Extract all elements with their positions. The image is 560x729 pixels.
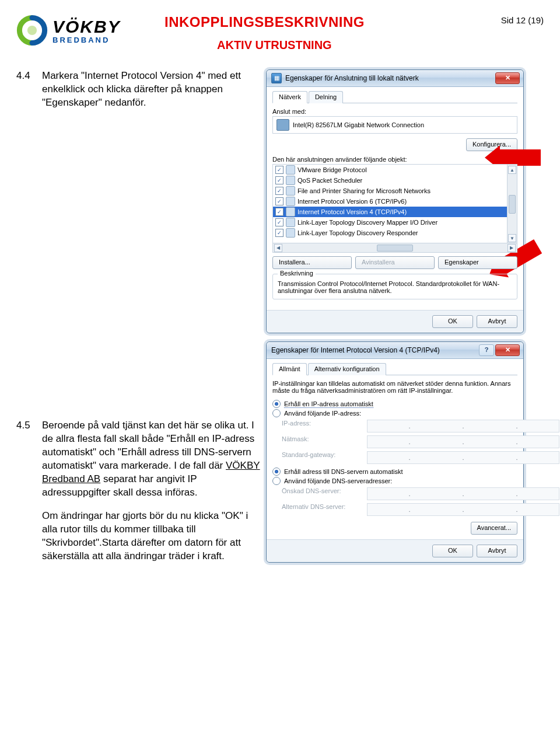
uninstall-button: Avinstallera bbox=[355, 256, 435, 269]
red-arrow-ipv4 bbox=[499, 149, 541, 166]
checkbox-icon[interactable] bbox=[275, 166, 284, 174]
radio-icon bbox=[272, 468, 281, 476]
adapter-name: Intel(R) 82567LM Gigabit Network Connect… bbox=[293, 121, 424, 128]
description-text: Transmission Control Protocol/Internet P… bbox=[278, 280, 512, 294]
step-4-5-p2: Om ändringar har gjorts bör du nu klicka… bbox=[42, 510, 261, 563]
protocol-icon bbox=[286, 165, 295, 175]
horizontal-scrollbar[interactable]: ◀ ▶ bbox=[273, 243, 517, 252]
ipv4-properties-dialog: Egenskaper för Internet Protocol Version… bbox=[266, 341, 524, 563]
ok-button[interactable]: OK bbox=[432, 315, 473, 328]
protocol-icon bbox=[286, 228, 295, 238]
checkbox-icon[interactable] bbox=[275, 208, 284, 216]
radio-obtain-ip[interactable]: Erhåll en IP-adress automatiskt bbox=[272, 400, 517, 408]
svg-point-0 bbox=[27, 26, 37, 35]
doc-subtitle: AKTIV UTRUSTNING bbox=[217, 39, 493, 52]
scroll-down-icon[interactable]: ▼ bbox=[508, 234, 516, 242]
vokby-logo-mark bbox=[16, 15, 48, 46]
step-4-5-p1a: Beroende på vald tjänst kan det här se o… bbox=[42, 420, 254, 471]
advanced-button[interactable]: Avancerat... bbox=[471, 522, 518, 535]
radio-icon bbox=[272, 477, 281, 485]
preferred-dns-field: ... bbox=[367, 487, 559, 500]
list-item: VMware Bridge Protocol bbox=[273, 165, 517, 175]
radio-obtain-dns[interactable]: Erhåll adress till DNS-servern automatis… bbox=[272, 468, 517, 476]
tab-general[interactable]: Allmänt bbox=[272, 363, 307, 375]
checkbox-icon[interactable] bbox=[275, 197, 284, 205]
properties-button[interactable]: Egenskaper bbox=[438, 256, 517, 269]
checkbox-icon[interactable] bbox=[275, 229, 284, 237]
protocol-icon bbox=[286, 186, 295, 196]
radio-use-ip[interactable]: Använd följande IP-adress: bbox=[272, 409, 517, 417]
vokby-logo: VÖKBY BREDBAND bbox=[16, 12, 156, 49]
gateway-field: ... bbox=[367, 451, 559, 464]
scroll-up-icon[interactable]: ▲ bbox=[508, 166, 516, 174]
scroll-thumb[interactable] bbox=[377, 245, 413, 252]
scroll-left-icon[interactable]: ◀ bbox=[274, 244, 282, 252]
install-button[interactable]: Installera... bbox=[272, 256, 352, 269]
protocol-icon bbox=[286, 197, 295, 206]
gateway-label: Standard-gateway: bbox=[282, 451, 363, 464]
description-group: Beskrivning Transmission Control Protoco… bbox=[272, 274, 517, 299]
step-4-5: 4.5 Beroende på vald tjänst kan det här … bbox=[16, 419, 261, 563]
protocol-icon bbox=[286, 218, 295, 227]
scroll-right-icon[interactable]: ▶ bbox=[508, 244, 516, 252]
dialog1-title: Egenskaper för Anslutning till lokalt nä… bbox=[285, 74, 419, 82]
cancel-button[interactable]: Avbryt bbox=[477, 545, 517, 557]
network-properties-dialog: ▦ Egenskaper för Anslutning till lokalt … bbox=[266, 69, 524, 333]
items-list-label: Den här anslutningen använder följande o… bbox=[272, 156, 517, 163]
scroll-thumb[interactable] bbox=[509, 195, 516, 214]
alternate-dns-label: Alternativ DNS-server: bbox=[282, 503, 363, 516]
description-title: Beskrivning bbox=[278, 270, 316, 277]
tab-sharing[interactable]: Delning bbox=[309, 91, 343, 103]
ip-address-label: IP-adress: bbox=[282, 420, 363, 432]
vertical-scrollbar[interactable]: ▲ ▼ bbox=[507, 165, 517, 243]
protocol-icon bbox=[286, 207, 295, 217]
close-button[interactable]: ✕ bbox=[495, 344, 520, 356]
preferred-dns-label: Önskad DNS-server: bbox=[282, 487, 363, 500]
radio-icon bbox=[272, 400, 281, 408]
tab-altconfig[interactable]: Alternativ konfiguration bbox=[308, 363, 386, 375]
radio-use-dns[interactable]: Använd följande DNS-serveradresser: bbox=[272, 477, 517, 485]
checkbox-icon[interactable] bbox=[275, 218, 284, 226]
list-item: Internet Protocol Version 6 (TCP/IPv6) bbox=[273, 196, 517, 207]
intro-text: IP-inställningar kan tilldelas automatis… bbox=[272, 380, 517, 394]
logo-word: VÖKBY bbox=[52, 17, 121, 37]
step-4-4: 4.4 Markera "Internet Protocol Version 4… bbox=[16, 69, 261, 110]
logo-sub: BREDBAND bbox=[52, 36, 121, 44]
radio-icon bbox=[272, 409, 281, 417]
list-item: Link-Layer Topology Discovery Responder bbox=[273, 228, 517, 238]
ok-button[interactable]: OK bbox=[432, 545, 473, 557]
help-button[interactable]: ? bbox=[479, 344, 494, 356]
close-button[interactable]: ✕ bbox=[495, 72, 520, 84]
page-number: Sid 12 (19) bbox=[501, 15, 544, 25]
step-4-5-number: 4.5 bbox=[16, 419, 36, 563]
alternate-dns-field: ... bbox=[367, 503, 559, 516]
network-icon: ▦ bbox=[271, 73, 282, 83]
ip-address-field: ... bbox=[367, 420, 559, 432]
cancel-button[interactable]: Avbryt bbox=[477, 315, 517, 328]
list-item: QoS Packet Scheduler bbox=[273, 175, 517, 186]
nic-icon bbox=[276, 119, 289, 131]
dialog2-title: Egenskaper för Internet Protocol Version… bbox=[271, 346, 440, 354]
checkbox-icon[interactable] bbox=[275, 187, 284, 195]
step-4-4-text: Markera "Internet Protocol Version 4" me… bbox=[42, 69, 261, 110]
list-item: Link-Layer Topology Discovery Mapper I/O… bbox=[273, 217, 517, 228]
tab-network[interactable]: Nätverk bbox=[272, 91, 307, 103]
connect-with-label: Anslut med: bbox=[272, 108, 517, 115]
checkbox-icon[interactable] bbox=[275, 176, 284, 184]
step-4-4-number: 4.4 bbox=[16, 69, 36, 110]
adapter-box: Intel(R) 82567LM Gigabit Network Connect… bbox=[272, 116, 517, 134]
list-item: File and Printer Sharing for Microsoft N… bbox=[273, 186, 517, 196]
protocol-icon bbox=[286, 176, 295, 185]
list-item-selected: Internet Protocol Version 4 (TCP/IPv4) bbox=[273, 207, 517, 217]
protocol-list[interactable]: VMware Bridge Protocol QoS Packet Schedu… bbox=[272, 164, 517, 253]
subnet-mask-label: Nätmask: bbox=[282, 435, 363, 448]
subnet-mask-field: ... bbox=[367, 435, 559, 448]
doc-title: INKOPPLINGSBESKRIVNING bbox=[164, 14, 493, 30]
